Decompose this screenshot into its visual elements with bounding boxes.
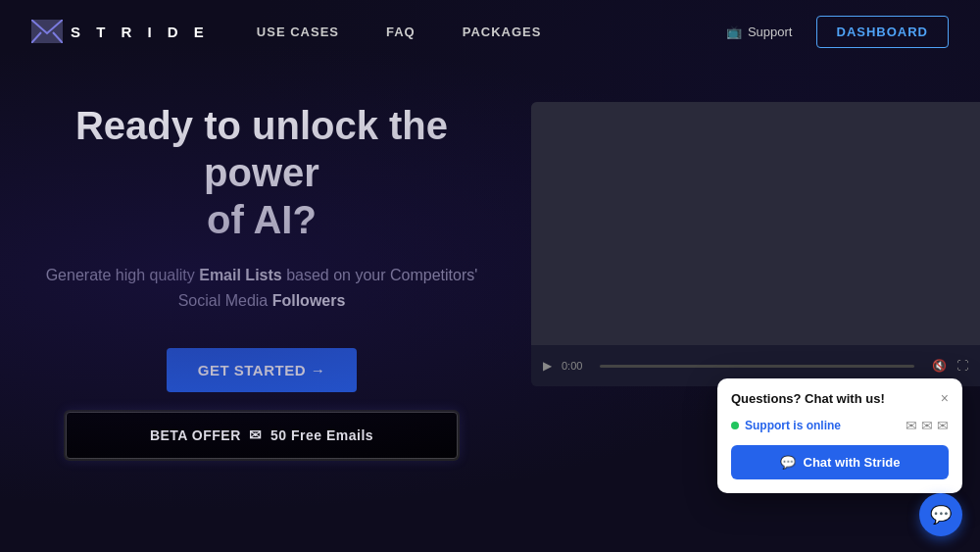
get-started-button[interactable]: GET STARTED → — [167, 348, 357, 392]
navigation: S T R I D E USE CASES FAQ PACKAGES 📺 Sup… — [0, 0, 980, 63]
chat-fab-icon: 💬 — [930, 504, 952, 526]
beta-offer-button[interactable]: BETA OFFER ✉ 50 Free Emails — [66, 412, 458, 459]
progress-bar[interactable] — [600, 365, 914, 368]
dashboard-button[interactable]: DASHBOARD — [816, 16, 950, 48]
chat-fab-button[interactable]: 💬 — [919, 493, 962, 536]
agent-icon-2: ✉ — [921, 418, 933, 433]
play-button[interactable]: ▶ — [543, 359, 552, 373]
beta-label-prefix: BETA OFFER — [150, 427, 241, 443]
support-icon: 📺 — [726, 25, 742, 39]
support-label: Support — [748, 25, 793, 39]
agent-icon-3: ✉ — [937, 418, 949, 433]
status-online-dot — [731, 422, 739, 429]
chat-status-text: Support is online — [745, 419, 841, 432]
chat-close-button[interactable]: × — [941, 390, 949, 406]
logo[interactable]: S T R I D E — [31, 20, 210, 43]
chat-header-title: Questions? Chat with us! — [731, 391, 885, 406]
fullscreen-button[interactable]: ⛶ — [956, 359, 968, 373]
nav-link-packages[interactable]: PACKAGES — [463, 25, 542, 39]
subtext-bold1: Email Lists — [199, 267, 281, 283]
chat-status-left: Support is online — [731, 419, 841, 432]
headline: Ready to unlock the power of AI? — [31, 102, 492, 243]
logo-text: S T R I D E — [71, 24, 210, 40]
headline-line1: Ready to unlock the power — [75, 104, 448, 194]
headline-line2: of AI? — [207, 198, 317, 241]
chat-btn-label: Chat with Stride — [804, 455, 901, 470]
chat-agent-icons: ✉ ✉ ✉ — [906, 418, 949, 433]
chat-widget: Questions? Chat with us! × Support is on… — [717, 378, 962, 493]
left-section: Ready to unlock the power of AI? Generat… — [31, 102, 492, 459]
video-screen — [531, 102, 980, 345]
nav-links: USE CASES FAQ PACKAGES — [257, 25, 726, 39]
chat-status-row: Support is online ✉ ✉ ✉ — [717, 414, 962, 445]
beta-envelope-icon: ✉ — [249, 427, 263, 443]
video-time: 0:00 — [562, 360, 582, 372]
nav-right: 📺 Support DASHBOARD — [726, 16, 949, 48]
chat-btn-icon: 💬 — [780, 455, 796, 470]
subtext: Generate high quality Email Lists based … — [31, 263, 492, 313]
nav-link-faq[interactable]: FAQ — [386, 25, 416, 39]
logo-icon — [31, 20, 63, 43]
nav-link-use-cases[interactable]: USE CASES — [257, 25, 339, 39]
right-section: ▶ 0:00 🔇 ⛶ ⋮ — [531, 102, 980, 386]
beta-label-count: 50 Free Emails — [270, 427, 373, 443]
support-link[interactable]: 📺 Support — [726, 25, 793, 39]
chat-header: Questions? Chat with us! × — [717, 378, 962, 414]
chat-with-stride-button[interactable]: 💬 Chat with Stride — [731, 445, 949, 479]
subtext-prefix: Generate high quality — [46, 267, 200, 283]
agent-icon-1: ✉ — [906, 418, 917, 433]
video-player[interactable]: ▶ 0:00 🔇 ⛶ ⋮ — [531, 102, 980, 386]
mute-button[interactable]: 🔇 — [932, 359, 947, 373]
subtext-bold2: Followers — [272, 292, 346, 309]
